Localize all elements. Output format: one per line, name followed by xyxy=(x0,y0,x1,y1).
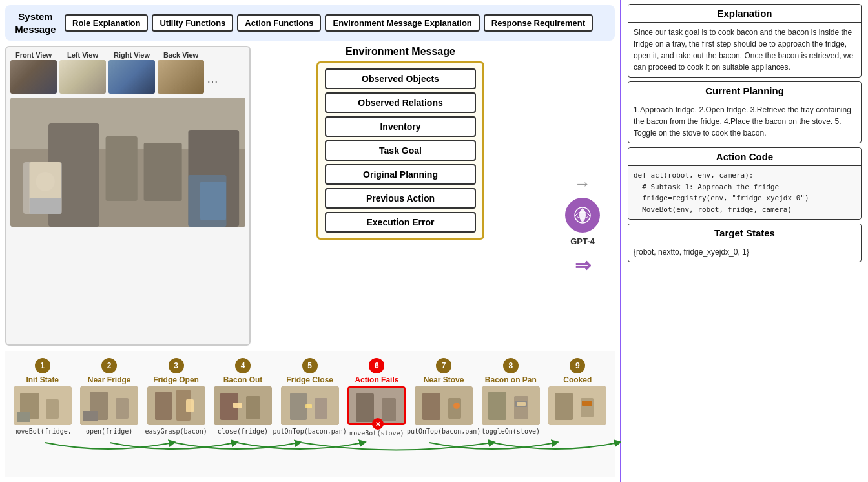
code-line-4: MoveBot(env, robot, fridge, camera) xyxy=(634,205,792,214)
target-states-section: Target States {robot, nextto, fridge_xye… xyxy=(628,224,862,262)
code-line-2: # Subtask 1: Approach the fridge xyxy=(634,183,779,191)
code-line-1: def act(robot, env, camera): xyxy=(634,171,753,180)
front-view-img xyxy=(10,60,57,94)
tag-action-functions: Action Functions xyxy=(237,14,321,32)
env-execution-error: Execution Error xyxy=(325,212,476,233)
timeline-step-7: 7 Near Stove putOnTop(bacon,pan) xyxy=(411,358,476,436)
step-5-label: Fridge Close xyxy=(286,375,333,384)
more-views-indicator: … xyxy=(207,59,218,86)
arrow-to-gpt: → xyxy=(574,174,591,194)
timeline-step-3: 3 Fridge Open easyGrasp(bacon) xyxy=(144,358,208,436)
env-task-goal: Task Goal xyxy=(325,140,476,161)
env-observed-relations: Observed Relations xyxy=(325,92,476,113)
timeline-section: 1 Init State moveBot(fridge, 2 Near Frid… xyxy=(5,351,615,477)
svg-rect-35 xyxy=(422,393,440,420)
svg-rect-40 xyxy=(514,396,528,419)
step-7-img xyxy=(415,386,473,425)
svg-rect-20 xyxy=(155,392,172,420)
step-4-img xyxy=(214,386,272,425)
right-view-label: Right View xyxy=(114,51,150,59)
step-4-number: 4 xyxy=(235,358,251,373)
step-6-action: moveBot(stove) xyxy=(349,429,404,438)
timeline-step-8: 8 Bacon on Pan toggleOn(stove) xyxy=(479,358,542,436)
left-panel: SystemMessage Role Explanation Utility F… xyxy=(0,0,620,482)
step-1-img xyxy=(14,386,72,425)
svg-rect-17 xyxy=(116,398,129,419)
svg-rect-6 xyxy=(30,162,61,214)
action-code-title: Action Code xyxy=(628,148,861,166)
svg-rect-46 xyxy=(582,401,592,406)
target-states-title: Target States xyxy=(628,224,861,242)
left-view-label: Left View xyxy=(67,51,98,59)
svg-rect-8 xyxy=(30,198,61,214)
system-message-section: SystemMessage Role Explanation Utility F… xyxy=(5,5,615,41)
system-message-label: SystemMessage xyxy=(13,10,58,36)
views-column: Front View Left View Right View Back Vie… xyxy=(5,46,251,346)
step-9-label: Cooked xyxy=(563,375,592,384)
left-view-img xyxy=(59,60,106,94)
action-code-section: Action Code def act(robot, env, camera):… xyxy=(628,147,862,220)
gpt-icon xyxy=(565,198,600,233)
step-3-action: easyGrasp(bacon) xyxy=(145,427,207,436)
timeline-step-9: 9 Cooked xyxy=(546,358,610,427)
step-4-action: close(fridge) xyxy=(218,427,268,436)
step-6-number: 6 xyxy=(369,358,384,373)
timeline-step-4: 4 Bacon Out close(fridge) xyxy=(211,358,274,436)
env-message-box: Observed Objects Observed Relations Inve… xyxy=(316,61,484,240)
step-4-label: Bacon Out xyxy=(223,375,263,384)
green-arrows-row xyxy=(10,439,610,457)
step-8-action: toggleOn(stove) xyxy=(482,427,540,436)
gpt-output-arrow: ⇒ xyxy=(575,254,591,277)
left-view-thumb: Left View xyxy=(59,51,106,94)
right-view-thumb: Right View xyxy=(108,51,155,94)
target-states-body: {robot, nextto, fridge_xyejdx_0, 1} xyxy=(628,242,861,262)
env-previous-action: Previous Action xyxy=(325,188,476,209)
step-3-img xyxy=(147,386,205,425)
step-3-label: Fridge Open xyxy=(153,375,199,384)
step-1-number: 1 xyxy=(35,358,50,373)
back-view-img xyxy=(158,60,204,94)
view-thumbnails-row: Front View Left View Right View Back Vie… xyxy=(10,51,245,94)
step-8-img xyxy=(482,386,540,425)
tag-role-explanation: Role Explanation xyxy=(65,14,148,32)
timeline-step-1: 1 Init State moveBot(fridge, xyxy=(10,358,74,436)
step-7-label: Near Stove xyxy=(424,375,464,384)
fail-x-mark: ✕ xyxy=(372,418,384,430)
svg-rect-3 xyxy=(106,136,138,201)
svg-rect-14 xyxy=(17,412,30,422)
env-inventory: Inventory xyxy=(325,116,476,137)
current-planning-title: Current Planning xyxy=(628,82,861,100)
step-2-label: Near Fridge xyxy=(88,375,131,384)
step-2-img xyxy=(80,386,138,425)
right-view-img xyxy=(108,60,155,94)
svg-point-7 xyxy=(36,172,55,191)
step-9-img xyxy=(548,386,606,425)
front-view-thumb: Front View xyxy=(10,51,57,94)
step-5-img xyxy=(281,386,339,425)
explanation-title: Explanation xyxy=(628,5,861,23)
svg-rect-25 xyxy=(246,396,260,419)
main-room-image xyxy=(10,98,245,227)
front-view-label: Front View xyxy=(16,51,52,59)
back-view-thumb: Back View xyxy=(158,51,204,94)
svg-rect-44 xyxy=(555,393,573,420)
timeline-steps: 1 Init State moveBot(fridge, 2 Near Frid… xyxy=(10,358,610,438)
right-panel: Explanation Since our task goal is to co… xyxy=(620,0,868,482)
step-7-number: 7 xyxy=(436,358,451,373)
system-message-tags: Role Explanation Utility Functions Actio… xyxy=(65,14,593,32)
middle-section: Front View Left View Right View Back Vie… xyxy=(5,46,615,346)
explanation-section: Explanation Since our task goal is to co… xyxy=(628,4,862,78)
timeline-step-6: 6 Action Fails ✕ moveBot(stove) xyxy=(345,358,409,438)
step-6-label: Action Fails xyxy=(355,375,398,384)
current-planning-body: 1.Approach fridge. 2.Open fridge. 3.Retr… xyxy=(628,100,861,143)
action-code-body: def act(robot, env, camera): # Subtask 1… xyxy=(628,166,861,219)
current-planning-section: Current Planning 1.Approach fridge. 2.Op… xyxy=(628,81,862,143)
explanation-body: Since our task goal is to cook bacon and… xyxy=(628,23,861,77)
step-1-label: Init State xyxy=(26,375,59,384)
svg-rect-26 xyxy=(233,403,242,408)
tag-response-requirement: Response Requirement xyxy=(484,14,593,32)
env-observed-objects: Observed Objects xyxy=(325,68,476,89)
svg-rect-29 xyxy=(315,398,327,419)
svg-rect-28 xyxy=(290,393,307,420)
svg-rect-39 xyxy=(488,392,506,420)
